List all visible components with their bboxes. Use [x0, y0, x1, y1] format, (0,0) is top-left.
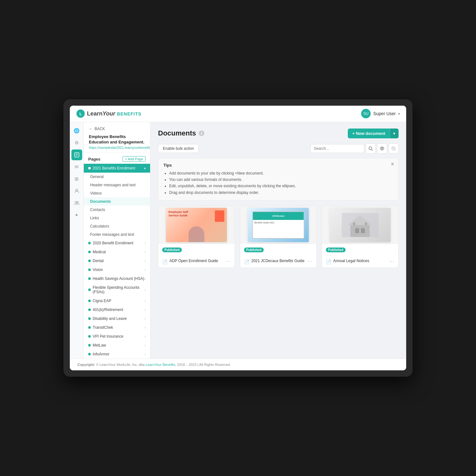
star-icon[interactable]: ✦ — [71, 210, 82, 221]
status-badge-1: Published — [162, 248, 182, 252]
search-button[interactable] — [366, 143, 376, 154]
sub-item-footer-messages[interactable]: Footer messages and text — [84, 230, 150, 239]
add-page-button[interactable]: + Add Page — [122, 156, 146, 162]
settings-icon[interactable]: ⚙ — [71, 137, 82, 148]
sub-item-contacts[interactable]: Contacts — [84, 206, 150, 214]
nav-item-2020-benefit[interactable]: 2020 Benefit Enrollment › — [84, 239, 150, 248]
doc-file-icon-3: 📄 — [326, 259, 331, 264]
nav-item-vision[interactable]: Vision › — [84, 265, 150, 274]
dot-icon — [88, 344, 91, 347]
sidebar-header: ← BACK Employee Benefits Education and E… — [84, 122, 150, 153]
dot-icon — [88, 335, 91, 338]
dot-icon — [88, 317, 91, 320]
sub-item-documents[interactable]: Documents — [84, 197, 150, 206]
sub-item-links[interactable]: Links — [84, 214, 150, 222]
doc-more-button-1[interactable]: ··· — [226, 259, 231, 264]
doc-name-3: Annual Legal Notices — [333, 259, 369, 263]
user-name-label: Super User — [373, 111, 396, 116]
document-card-3: Published 📄 Annual Legal Notices ··· — [322, 206, 399, 268]
info-icon[interactable]: ℹ — [199, 130, 204, 136]
enable-bulk-action-button[interactable]: Enable bulk action — [158, 144, 199, 153]
svg-rect-18 — [365, 223, 367, 225]
footer-link[interactable]: LearnYour Benefits — [146, 363, 175, 367]
back-label: BACK — [95, 127, 105, 131]
message-icon[interactable]: ✉ — [71, 162, 82, 172]
doc-thumbnail-3 — [322, 206, 398, 244]
doc-file-icon-1: 📄 — [162, 259, 168, 264]
dot-icon — [88, 251, 91, 253]
document-card-1: Employee SelfService Guide Published 📄 A… — [158, 206, 235, 268]
nav-item-hsa[interactable]: Health Savings Account (HSA) › — [84, 274, 150, 283]
status-badge-2: Published — [244, 248, 264, 252]
chevron-icon: › — [145, 288, 146, 292]
new-document-group: + New document ▾ — [348, 129, 399, 138]
nav-item-401k[interactable]: 401(k)/Retirement › — [84, 305, 150, 314]
sub-item-header-messages[interactable]: Header messages and text — [84, 181, 150, 189]
pages-header: Pages + Add Page — [84, 153, 150, 164]
dot-icon — [88, 288, 91, 291]
chevron-icon: › — [145, 277, 146, 281]
nav-item-fsa[interactable]: Flexible Spending Accounts (FSAs) › — [84, 283, 150, 296]
dot-icon — [88, 353, 91, 355]
group-icon[interactable] — [71, 198, 82, 208]
page-title: Documents — [158, 129, 196, 137]
nav-item-vpi-pet[interactable]: VPI Pet Insurance › — [84, 332, 150, 341]
chevron-icon: › — [145, 250, 146, 254]
nav-item-dental[interactable]: Dental › — [84, 256, 150, 265]
nav-item-cigna-eap[interactable]: Cigna EAP › — [84, 296, 150, 305]
doc-card-bottom-1: 📄 ADP Open Enrollment Guide ··· — [158, 255, 235, 268]
chevron-icon: › — [145, 241, 146, 245]
chevron-down-icon: ▾ — [398, 112, 400, 116]
nav-item-metlaw[interactable]: MetLaw › — [84, 341, 150, 350]
chevron-icon: › — [145, 353, 146, 356]
pages-icon[interactable] — [71, 149, 82, 160]
chevron-icon: › — [145, 268, 146, 272]
dot-icon — [88, 326, 91, 329]
chevron-icon: ▾ — [144, 167, 146, 170]
users-icon[interactable] — [71, 186, 82, 196]
layout-icon[interactable]: ⊞ — [71, 174, 82, 184]
search-input[interactable] — [310, 144, 364, 153]
tips-list: Add documents to your site by clicking +… — [163, 170, 393, 196]
doc-card-bottom-2: 📄 2021 JCDecaux Benefits Guide ··· — [240, 255, 316, 268]
doc-more-button-2[interactable]: ··· — [307, 259, 313, 264]
sub-item-calculators[interactable]: Calculators — [84, 222, 150, 230]
sub-item-videos[interactable]: Videos — [84, 189, 150, 197]
logo-text: LearnYour BENEFITS — [87, 110, 142, 117]
new-document-button[interactable]: + New document — [348, 129, 390, 138]
back-link[interactable]: ← BACK — [89, 127, 145, 131]
status-badge-3: Published — [326, 248, 346, 252]
search-area — [310, 143, 399, 154]
site-title: Employee Benefits Education and Engageme… — [89, 134, 145, 145]
document-card-2: JCDecaux Benefits Guide 2021 Published — [240, 206, 317, 268]
main-layout: 🌐 ⚙ ✉ ⊞ — [70, 122, 406, 359]
documents-grid: Employee SelfService Guide Published 📄 A… — [158, 206, 399, 268]
title-row: Documents ℹ — [158, 129, 204, 137]
doc-card-bottom-3: 📄 Annual Legal Notices ··· — [322, 255, 398, 268]
doc-thumbnail-1: Employee SelfService Guide — [158, 206, 235, 244]
content-area: Documents ℹ + New document ▾ Enable bulk… — [150, 122, 406, 359]
svg-rect-17 — [353, 223, 355, 225]
svg-point-6 — [76, 189, 78, 191]
tips-title: Tips — [163, 163, 393, 168]
nav-item-infoarmor[interactable]: InfoArmor › — [84, 350, 150, 359]
globe-icon[interactable]: 🌐 — [71, 125, 82, 136]
new-document-dropdown-button[interactable]: ▾ — [390, 129, 399, 138]
nav-item-transitchek[interactable]: TransitChek › — [84, 323, 150, 332]
left-icon-bar: 🌐 ⚙ ✉ ⊞ — [70, 122, 84, 359]
user-menu[interactable]: SU Super User ▾ — [361, 109, 400, 118]
dot-icon — [88, 308, 91, 311]
content-header: Documents ℹ + New document ▾ — [158, 129, 399, 138]
view-toggle-button[interactable] — [377, 143, 387, 154]
dot-icon — [88, 260, 91, 262]
sub-item-general[interactable]: General — [84, 173, 150, 181]
view-hide-button[interactable] — [388, 143, 399, 154]
tips-close-button[interactable]: ✕ — [391, 162, 394, 167]
chevron-icon: › — [145, 259, 146, 263]
nav-item-2021-benefits[interactable]: 2021 Benefits Enrollment ▾ — [84, 164, 150, 173]
doc-more-button-3[interactable]: ··· — [389, 259, 394, 264]
nav-item-disability-leave[interactable]: Disability and Leave › — [84, 314, 150, 323]
top-nav: L LearnYour BENEFITS SU Super User ▾ — [70, 106, 406, 122]
nav-item-medical[interactable]: Medical › — [84, 248, 150, 256]
svg-marker-14 — [348, 215, 372, 225]
